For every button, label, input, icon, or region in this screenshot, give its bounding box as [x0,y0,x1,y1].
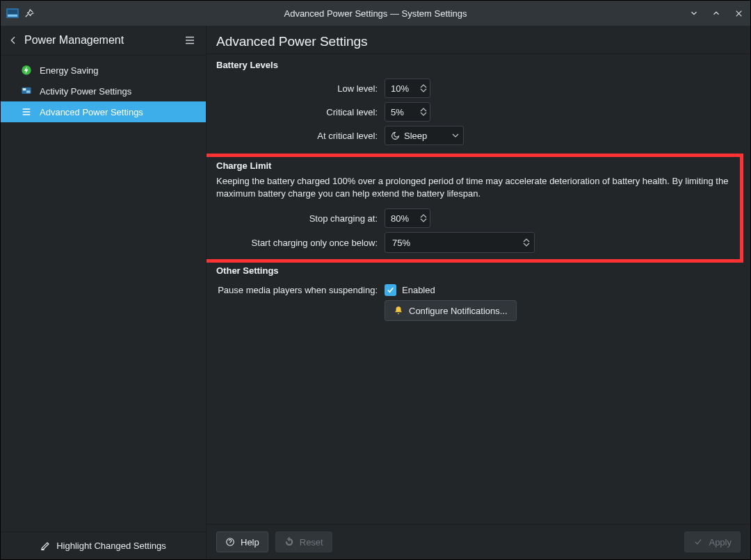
sidebar-footer[interactable]: Highlight Changed Settings [1,532,206,559]
svg-rect-5 [23,88,26,90]
pause-media-checkbox[interactable] [385,284,396,296]
app-icon [6,8,19,18]
activity-icon [20,85,33,97]
pause-media-label: Pause media players when suspending: [216,285,378,295]
sidebar-item-label: Energy Saving [40,65,99,76]
section-battery-levels: Battery Levels [207,54,750,74]
pause-media-checked-label: Enabled [402,285,435,295]
spinner-icon [523,238,530,247]
main-panel: Advanced Power Settings Battery Levels L… [207,26,750,559]
energy-icon [20,64,33,76]
reset-button[interactable]: Reset [275,532,332,552]
window-controls [688,7,745,19]
main-footer: Help Reset Apply [207,524,750,559]
sidebar-item-label: Advanced Power Settings [40,107,143,117]
sidebar-item-advanced-power[interactable]: Advanced Power Settings [1,101,206,122]
configure-notifications-button[interactable]: Configure Notifications... [385,300,517,321]
close-button[interactable] [732,7,745,19]
window-title: Advanced Power Settings — System Setting… [1,8,750,19]
low-level-spinbox[interactable]: 10% [385,79,430,98]
help-icon [225,537,235,547]
hamburger-icon[interactable] [184,34,196,47]
low-level-label: Low level: [216,83,378,94]
at-critical-value: Sleep [404,131,427,141]
titlebar: Advanced Power Settings — System Setting… [1,1,750,26]
maximize-button[interactable] [710,7,722,19]
highlight-icon [40,541,51,551]
stop-charging-spinbox[interactable]: 80% [385,208,430,228]
bell-icon [394,306,403,315]
apply-button[interactable]: Apply [684,532,741,552]
reset-icon [284,537,294,547]
charge-limit-description: Keeping the battery charged 100% over a … [216,174,741,204]
start-charging-spinbox[interactable]: 75% [385,232,535,253]
page-title: Advanced Power Settings [207,26,750,53]
sidebar-item-activity-power[interactable]: Activity Power Settings [1,81,206,101]
at-critical-label: At critical level: [216,131,378,141]
sidebar-item-label: Activity Power Settings [40,86,131,97]
highlight-label: Highlight Changed Settings [56,541,166,551]
sidebar-item-energy-saving[interactable]: Energy Saving [1,60,206,81]
back-icon[interactable] [8,35,19,46]
help-button[interactable]: Help [216,532,268,552]
svg-rect-2 [8,15,17,17]
svg-rect-6 [26,90,30,92]
critical-level-label: Critical level: [216,107,378,117]
moon-icon [391,131,400,140]
settings-icon [20,106,33,118]
spinner-icon [420,214,427,222]
sidebar-items: Energy Saving Activity Power Settings Ad… [1,56,206,532]
help-label: Help [241,537,259,547]
stop-charging-value: 80% [391,213,409,224]
spinner-icon [420,84,427,92]
configure-notifications-label: Configure Notifications... [409,306,508,316]
system-settings-window: Advanced Power Settings — System Setting… [0,0,751,560]
start-charging-label: Start charging only once below: [216,238,378,248]
svg-rect-1 [8,10,17,14]
section-charge-limit: Charge Limit [216,158,741,174]
sidebar-title: Power Management [24,34,178,47]
critical-level-value: 5% [391,107,404,117]
minimize-button[interactable] [688,7,700,19]
check-icon [693,537,703,547]
at-critical-combobox[interactable]: Sleep [385,126,464,145]
section-other: Other Settings [207,263,750,280]
start-charging-value: 75% [392,238,410,248]
apply-label: Apply [709,537,732,547]
sidebar: Power Management Energy Saving Ac [1,26,207,559]
stop-charging-label: Stop charging at: [216,213,378,224]
sidebar-header: Power Management [1,26,206,55]
pin-icon[interactable] [24,8,34,18]
spinner-icon [420,108,427,116]
chevron-down-icon [452,133,459,138]
critical-level-spinbox[interactable]: 5% [385,102,430,122]
low-level-value: 10% [391,83,409,94]
reset-label: Reset [300,537,323,547]
